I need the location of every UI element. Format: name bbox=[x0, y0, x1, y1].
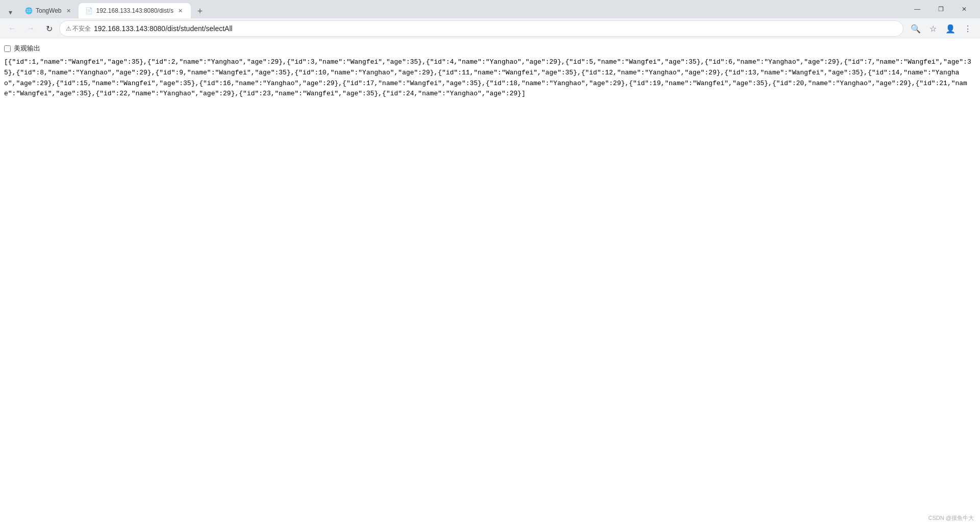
tab-bar: ▾ 🌐 TongWeb ✕ 📄 192.168.133.143:8080/dis… bbox=[0, 0, 980, 18]
url-text: 192.168.133.143:8080/dist/student/select… bbox=[94, 24, 897, 33]
menu-button[interactable]: ⋮ bbox=[960, 20, 976, 37]
tabs-container: 🌐 TongWeb ✕ 📄 192.168.133.143:8080/dist/… bbox=[18, 3, 906, 18]
restore-button[interactable]: ❐ bbox=[929, 0, 952, 18]
tab-tongweb-close[interactable]: ✕ bbox=[64, 7, 72, 15]
tab-tongweb-favicon: 🌐 bbox=[24, 7, 33, 15]
new-tab-button[interactable]: + bbox=[193, 4, 207, 18]
security-label: 不安全 bbox=[72, 24, 91, 33]
search-button[interactable]: 🔍 bbox=[908, 20, 924, 37]
back-button[interactable]: ← bbox=[4, 20, 20, 37]
tab-tongweb-title: TongWeb bbox=[36, 7, 61, 14]
tab-api-favicon: 📄 bbox=[85, 7, 93, 15]
security-indicator: ⚠ 不安全 bbox=[66, 24, 91, 33]
pretty-print-bar: 美观输出 bbox=[2, 43, 978, 54]
json-content: [{"id":1,"name":"Wangfei","age":35},{"id… bbox=[2, 57, 978, 99]
tab-bar-left: ▾ bbox=[4, 6, 16, 18]
page-content: 美观输出 [{"id":1,"name":"Wangfei","age":35}… bbox=[0, 39, 980, 103]
tab-api-close[interactable]: ✕ bbox=[177, 7, 185, 15]
tab-api[interactable]: 📄 192.168.133.143:8080/dist/s ✕ bbox=[79, 3, 190, 18]
reload-button[interactable]: ↻ bbox=[41, 20, 57, 37]
address-bar: ← → ↻ ⚠ 不安全 192.168.133.143:8080/dist/st… bbox=[0, 18, 980, 39]
close-button[interactable]: ✕ bbox=[952, 0, 976, 18]
profile-button[interactable]: 👤 bbox=[942, 20, 959, 37]
watermark: CSDN @摸鱼牛大 bbox=[928, 514, 974, 522]
tab-list-button[interactable]: ▾ bbox=[4, 6, 16, 18]
browser-frame: ▾ 🌐 TongWeb ✕ 📄 192.168.133.143:8080/dis… bbox=[0, 0, 980, 39]
tab-tongweb[interactable]: 🌐 TongWeb ✕ bbox=[18, 3, 79, 18]
tab-api-title: 192.168.133.143:8080/dist/s bbox=[96, 7, 173, 14]
minimize-button[interactable]: — bbox=[906, 0, 929, 18]
browser-actions: 🔍 ☆ 👤 ⋮ bbox=[908, 20, 976, 37]
bookmark-button[interactable]: ☆ bbox=[925, 20, 941, 37]
url-bar[interactable]: ⚠ 不安全 192.168.133.143:8080/dist/student/… bbox=[59, 20, 903, 37]
window-controls: — ❐ ✕ bbox=[906, 0, 976, 18]
warning-icon: ⚠ bbox=[66, 25, 71, 32]
forward-button[interactable]: → bbox=[22, 20, 39, 37]
pretty-print-checkbox[interactable] bbox=[4, 45, 11, 52]
pretty-print-label: 美观输出 bbox=[14, 44, 40, 53]
